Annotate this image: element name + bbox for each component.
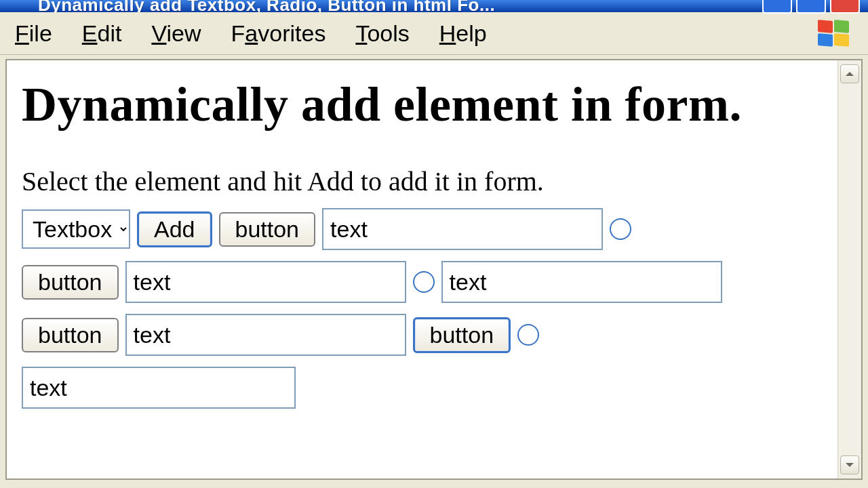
window-title: Dynamically add Textbox, Radio, Button i… [38,0,495,12]
dynamic-radio[interactable] [413,271,435,293]
page-title: Dynamically add element in form. [22,77,823,133]
dynamic-radio[interactable] [517,324,539,346]
dynamic-textbox[interactable] [322,208,603,250]
windows-logo-icon [816,18,852,49]
dynamic-button[interactable]: button [22,318,119,352]
dynamic-button[interactable]: button [413,317,511,353]
dynamic-form: Textbox Add button button button button [22,208,823,409]
scroll-up-button[interactable] [840,64,859,83]
close-button[interactable] [830,0,860,12]
menu-tools[interactable]: Tools [355,20,409,47]
dynamic-textbox[interactable] [125,261,406,303]
dynamic-button[interactable]: button [22,265,119,300]
menu-bar: File Edit View Favorites Tools Help [0,12,868,55]
menu-view[interactable]: View [151,20,201,47]
dynamic-button[interactable]: button [219,212,316,247]
dynamic-textbox[interactable] [125,314,406,356]
dynamic-textbox[interactable] [441,261,722,303]
element-type-select[interactable]: Textbox [22,209,130,249]
status-bar [0,480,868,488]
minimize-button[interactable] [762,0,792,12]
maximize-button[interactable] [796,0,826,12]
add-button[interactable]: Add [137,211,212,247]
dynamic-radio[interactable] [610,218,631,240]
vertical-scrollbar[interactable] [837,60,861,479]
page-instruction: Select the element and hit Add to add it… [22,165,823,197]
menu-favorites[interactable]: Favorites [231,20,326,47]
menu-help[interactable]: Help [439,20,487,47]
scroll-down-button[interactable] [840,455,859,474]
menu-edit[interactable]: Edit [82,20,122,47]
page-content: Dynamically add element in form. Select … [7,60,837,479]
dynamic-textbox[interactable] [22,367,296,409]
title-bar: Dynamically add Textbox, Radio, Button i… [0,0,868,12]
menu-file[interactable]: File [15,20,52,47]
